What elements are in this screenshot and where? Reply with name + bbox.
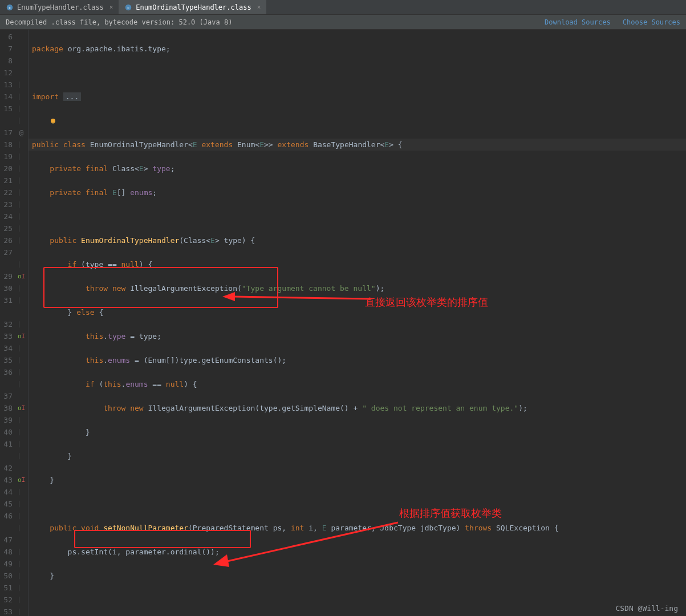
choose-sources-link[interactable]: Choose Sources (623, 18, 680, 26)
decompile-info-bar: Decompiled .class file, bytecode version… (0, 15, 686, 30)
svg-line-6 (234, 297, 371, 299)
csdn-watermark: CSDN @Will-ing (615, 604, 678, 613)
info-bar-links: Download Sources Choose Sources (537, 18, 680, 26)
tab-label: EnumOrdinalTypeHandler.class (136, 3, 251, 11)
svg-text:c: c (127, 5, 129, 10)
svg-point-4 (51, 119, 55, 123)
close-icon[interactable]: × (257, 3, 261, 11)
class-file-icon: c (124, 3, 132, 11)
annotation-text-2: 根据排序值获取枚举类 (399, 508, 502, 520)
decompile-message: Decompiled .class file, bytecode version… (6, 18, 232, 26)
tab-enumordinaltypehandler[interactable]: c EnumOrdinalTypeHandler.class × (119, 0, 266, 14)
gutter-marks: ⎸⎸⎸⎸@⎸⎸⎸⎸⎸⎸⎸⎸⎸⎸oI⎸⎸⎸oI⎸⎸⎸⎸oI⎸⎸⎸⎸oI⎸⎸⎸⎸⎸⎸… (15, 30, 29, 616)
code-editor[interactable]: 6781213141517181920212223242526272930313… (0, 30, 686, 616)
close-icon[interactable]: × (109, 3, 113, 11)
tab-label: EnumTypeHandler.class (17, 3, 104, 11)
class-file-icon: c (6, 3, 14, 11)
line-numbers: 6781213141517181920212223242526272930313… (0, 30, 15, 616)
download-sources-link[interactable]: Download Sources (545, 18, 611, 26)
tab-enumtypehandler[interactable]: c EnumTypeHandler.class × (0, 0, 119, 14)
editor-tabs: c EnumTypeHandler.class × c EnumOrdinalT… (0, 0, 686, 15)
intention-bulb-icon[interactable] (50, 118, 56, 125)
svg-text:c: c (9, 5, 11, 10)
svg-rect-5 (52, 123, 54, 124)
code-area[interactable]: package org.apache.ibatis.type; import .… (29, 30, 686, 616)
